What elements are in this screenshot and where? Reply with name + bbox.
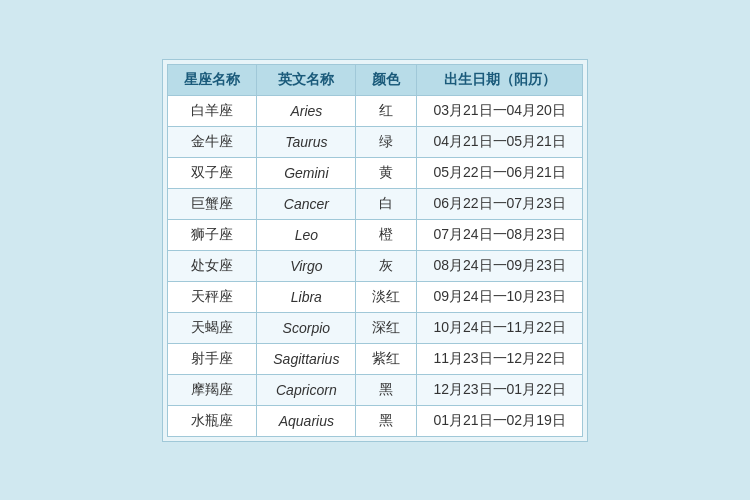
table-row: 天秤座Libra淡红09月24日一10月23日	[168, 281, 582, 312]
cell-color: 绿	[356, 126, 417, 157]
header-english-name: 英文名称	[257, 64, 356, 95]
header-color: 颜色	[356, 64, 417, 95]
cell-chinese-name: 天蝎座	[168, 312, 257, 343]
cell-color: 黑	[356, 405, 417, 436]
cell-dates: 04月21日一05月21日	[417, 126, 582, 157]
table-row: 白羊座Aries红03月21日一04月20日	[168, 95, 582, 126]
table-row: 射手座Sagittarius紫红11月23日一12月22日	[168, 343, 582, 374]
table-row: 天蝎座Scorpio深红10月24日一11月22日	[168, 312, 582, 343]
table-row: 狮子座Leo橙07月24日一08月23日	[168, 219, 582, 250]
table-row: 摩羯座Capricorn黑12月23日一01月22日	[168, 374, 582, 405]
cell-english-name: Cancer	[257, 188, 356, 219]
cell-chinese-name: 水瓶座	[168, 405, 257, 436]
table-row: 巨蟹座Cancer白06月22日一07月23日	[168, 188, 582, 219]
cell-chinese-name: 双子座	[168, 157, 257, 188]
cell-dates: 06月22日一07月23日	[417, 188, 582, 219]
cell-color: 红	[356, 95, 417, 126]
cell-english-name: Taurus	[257, 126, 356, 157]
cell-chinese-name: 处女座	[168, 250, 257, 281]
cell-dates: 01月21日一02月19日	[417, 405, 582, 436]
cell-color: 灰	[356, 250, 417, 281]
cell-color: 黑	[356, 374, 417, 405]
cell-english-name: Capricorn	[257, 374, 356, 405]
cell-dates: 03月21日一04月20日	[417, 95, 582, 126]
cell-english-name: Sagittarius	[257, 343, 356, 374]
cell-dates: 05月22日一06月21日	[417, 157, 582, 188]
cell-chinese-name: 金牛座	[168, 126, 257, 157]
cell-dates: 12月23日一01月22日	[417, 374, 582, 405]
table-body: 白羊座Aries红03月21日一04月20日金牛座Taurus绿04月21日一0…	[168, 95, 582, 436]
cell-english-name: Scorpio	[257, 312, 356, 343]
cell-dates: 11月23日一12月22日	[417, 343, 582, 374]
cell-english-name: Virgo	[257, 250, 356, 281]
cell-color: 黄	[356, 157, 417, 188]
cell-color: 深红	[356, 312, 417, 343]
cell-color: 紫红	[356, 343, 417, 374]
cell-dates: 09月24日一10月23日	[417, 281, 582, 312]
cell-chinese-name: 狮子座	[168, 219, 257, 250]
cell-chinese-name: 巨蟹座	[168, 188, 257, 219]
cell-chinese-name: 摩羯座	[168, 374, 257, 405]
cell-color: 白	[356, 188, 417, 219]
table-row: 水瓶座Aquarius黑01月21日一02月19日	[168, 405, 582, 436]
cell-english-name: Gemini	[257, 157, 356, 188]
cell-chinese-name: 射手座	[168, 343, 257, 374]
table-row: 双子座Gemini黄05月22日一06月21日	[168, 157, 582, 188]
cell-chinese-name: 天秤座	[168, 281, 257, 312]
header-dates: 出生日期（阳历）	[417, 64, 582, 95]
table-row: 处女座Virgo灰08月24日一09月23日	[168, 250, 582, 281]
table-row: 金牛座Taurus绿04月21日一05月21日	[168, 126, 582, 157]
cell-chinese-name: 白羊座	[168, 95, 257, 126]
zodiac-table-container: 星座名称 英文名称 颜色 出生日期（阳历） 白羊座Aries红03月21日一04…	[162, 59, 587, 442]
cell-dates: 08月24日一09月23日	[417, 250, 582, 281]
cell-dates: 10月24日一11月22日	[417, 312, 582, 343]
cell-english-name: Aquarius	[257, 405, 356, 436]
cell-color: 淡红	[356, 281, 417, 312]
cell-color: 橙	[356, 219, 417, 250]
zodiac-table: 星座名称 英文名称 颜色 出生日期（阳历） 白羊座Aries红03月21日一04…	[167, 64, 582, 437]
cell-english-name: Libra	[257, 281, 356, 312]
cell-english-name: Aries	[257, 95, 356, 126]
cell-dates: 07月24日一08月23日	[417, 219, 582, 250]
cell-english-name: Leo	[257, 219, 356, 250]
table-header-row: 星座名称 英文名称 颜色 出生日期（阳历）	[168, 64, 582, 95]
header-chinese-name: 星座名称	[168, 64, 257, 95]
